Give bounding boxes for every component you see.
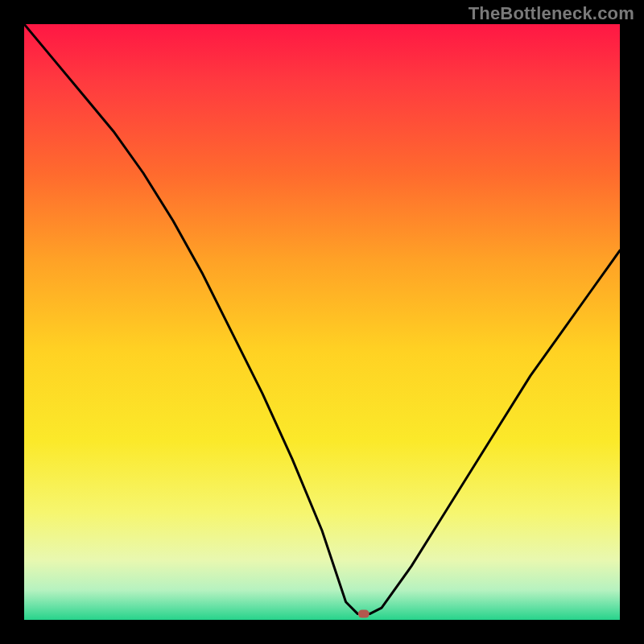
plot-area	[24, 24, 620, 620]
chart-container: TheBottleneck.com	[0, 0, 644, 644]
optimum-band	[24, 602, 620, 620]
optimum-marker	[358, 610, 369, 618]
watermark-label: TheBottleneck.com	[469, 3, 634, 24]
chart-svg	[24, 24, 620, 620]
